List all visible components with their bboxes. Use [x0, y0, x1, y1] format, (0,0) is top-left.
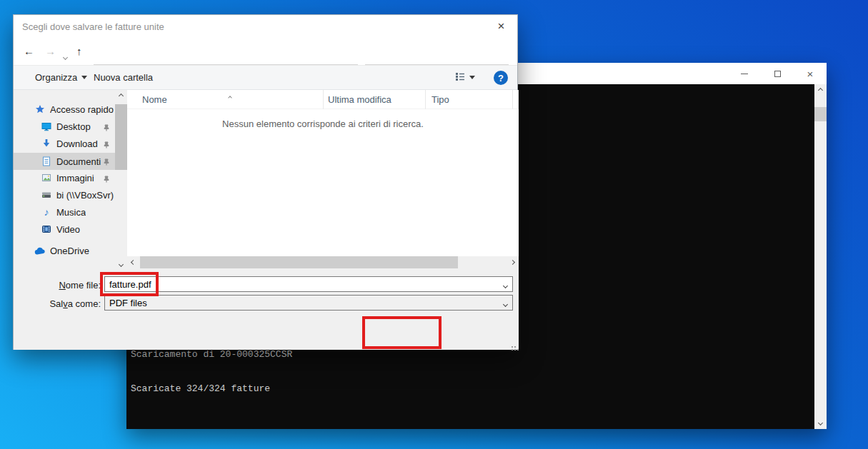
resize-grip-icon[interactable]: [514, 346, 516, 348]
console-line: Scaricate 324/324 fatture: [131, 383, 292, 395]
scrollbar-thumb[interactable]: [814, 107, 827, 121]
filename-input[interactable]: [105, 278, 501, 291]
pictures-icon: [41, 173, 52, 183]
organize-label: Organizza: [35, 72, 77, 83]
sidebar-item-label: Download: [56, 138, 98, 149]
scrollbar-thumb[interactable]: [115, 104, 127, 170]
sidebar-item-onedrive[interactable]: OneDrive: [14, 243, 115, 258]
back-button[interactable]: ←: [24, 45, 34, 58]
dialog-bottom-panel: Nome file: Salva come: PDF files Nascond…: [14, 268, 519, 350]
maximize-button[interactable]: [761, 63, 794, 84]
new-folder-label: Nuova cartella: [94, 72, 153, 83]
sidebar-item-download[interactable]: Download: [14, 136, 115, 151]
video-icon: [41, 224, 52, 234]
sidebar-item-immagini[interactable]: Immagini: [14, 170, 115, 186]
sidebar-item-label: Desktop: [56, 121, 91, 132]
column-header-ultima-modifica[interactable]: Ultima modifica: [324, 90, 426, 109]
forward-button[interactable]: →: [45, 45, 56, 58]
sidebar-item-label: Documenti: [56, 156, 101, 167]
annotation-box-save-button: [362, 316, 442, 349]
navigation-bar: ← → ↑ Questo PC Documenti: [14, 38, 517, 65]
dialog-title: Scegli dove salvare le fatture unite: [22, 21, 164, 32]
resize-grip-dot: [512, 346, 513, 348]
desktop-icon: [41, 121, 52, 131]
command-toolbar: Organizza Nuova cartella: [14, 65, 517, 90]
organize-menu-button[interactable]: Organizza: [35, 66, 87, 89]
savetype-value: PDF files: [105, 296, 501, 309]
scroll-up-icon[interactable]: [115, 90, 127, 102]
dialog-titlebar: Scegli dove salvare le fatture unite ×: [14, 15, 517, 38]
sidebar-item-vboxsvr-drive[interactable]: bi (\\VBoxSvr) (Z: [14, 187, 115, 203]
close-button[interactable]: ×: [794, 63, 827, 84]
column-header-partial[interactable]: [513, 90, 519, 109]
minimize-button[interactable]: [728, 63, 761, 84]
maximize-icon: [774, 71, 781, 77]
console-line: Scaricamento di 20-000325CCSR: [131, 349, 292, 360]
filename-combobox[interactable]: [104, 276, 513, 292]
sort-ascending-icon: [229, 91, 231, 101]
empty-folder-message: Nessun elemento corrisponde ai criteri d…: [127, 118, 519, 129]
pin-icon: [103, 174, 110, 181]
new-folder-button[interactable]: Nuova cartella: [94, 66, 153, 89]
sidebar-item-label: Musica: [56, 207, 86, 218]
quick-access-star-icon: [34, 104, 46, 114]
desktop: { "annotation_color": "#e11d1d", "save_d…: [0, 0, 868, 449]
onedrive-icon: [34, 246, 46, 256]
chevron-down-icon[interactable]: [504, 298, 507, 308]
sidebar-item-desktop[interactable]: Desktop: [14, 118, 115, 134]
column-header-nome[interactable]: Nome: [127, 90, 324, 109]
savetype-label: Salva come:: [14, 298, 101, 309]
chevron-down-icon: [81, 76, 87, 79]
navigation-sidebar: Accesso rapido Desktop Download Document…: [14, 90, 115, 271]
sidebar-scrollbar[interactable]: [115, 90, 127, 271]
documents-icon: [41, 156, 52, 166]
sidebar-item-label: bi (\\VBoxSvr) (Z: [56, 190, 115, 201]
horizontal-scrollbar[interactable]: [127, 256, 519, 268]
sidebar-item-label: Video: [56, 224, 80, 235]
file-list: Nome Ultima modifica Tipo Nessun element…: [127, 90, 519, 271]
annotation-box-filename: [100, 272, 159, 296]
view-mode-button[interactable]: [455, 66, 475, 89]
close-icon: ×: [807, 69, 814, 79]
download-icon: [41, 138, 52, 148]
sidebar-item-documenti[interactable]: Documenti: [14, 153, 115, 170]
pin-icon: [103, 157, 110, 164]
history-dropdown-icon[interactable]: [64, 49, 67, 62]
close-icon: ×: [498, 19, 505, 34]
sidebar-item-label: OneDrive: [50, 246, 89, 256]
scroll-right-icon[interactable]: [507, 256, 519, 268]
chevron-down-icon[interactable]: [504, 279, 507, 290]
sidebar-item-video[interactable]: Video: [14, 221, 115, 237]
scroll-down-icon[interactable]: [814, 417, 827, 429]
close-button[interactable]: ×: [485, 15, 517, 37]
column-headers: Nome Ultima modifica Tipo: [127, 90, 519, 109]
filename-label: Nome file:: [14, 280, 101, 291]
savetype-combobox[interactable]: PDF files: [104, 295, 513, 311]
pin-icon: [103, 140, 110, 147]
scrollbar-thumb[interactable]: [140, 256, 458, 268]
dialog-main: Accesso rapido Desktop Download Document…: [14, 90, 519, 271]
details-view-icon: [455, 72, 465, 83]
help-button[interactable]: [494, 71, 508, 85]
column-header-tipo[interactable]: Tipo: [426, 90, 513, 109]
save-dialog: Scegli dove salvare le fatture unite × ←…: [13, 14, 518, 350]
sidebar-item-label: Accesso rapido: [50, 104, 114, 115]
scroll-up-icon[interactable]: [814, 84, 827, 96]
chevron-down-icon: [469, 76, 475, 79]
minimize-icon: [741, 74, 748, 74]
up-button[interactable]: ↑: [76, 45, 82, 58]
console-scrollbar[interactable]: [814, 84, 827, 429]
scroll-left-icon[interactable]: [127, 256, 139, 268]
sidebar-item-musica[interactable]: ♪ Musica: [14, 204, 115, 220]
network-drive-icon: [41, 190, 52, 200]
sidebar-item-accesso-rapido[interactable]: Accesso rapido: [14, 101, 115, 117]
sidebar-item-label: Immagini: [56, 173, 94, 183]
music-icon: ♪: [41, 207, 52, 217]
pin-icon: [103, 123, 110, 130]
